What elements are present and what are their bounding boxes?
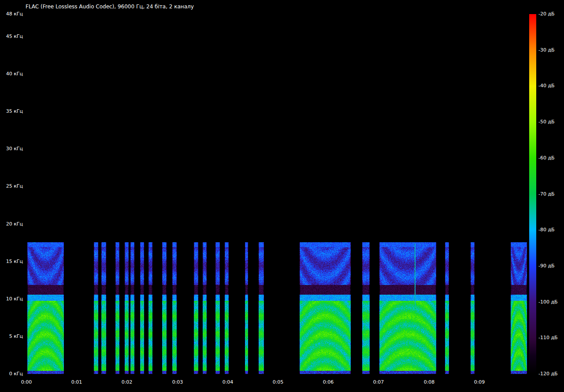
- x-axis-tick: 0:03: [169, 379, 186, 385]
- colorbar-tick: -80 дБ: [538, 227, 563, 233]
- colorbar-canvas: [529, 14, 536, 374]
- y-axis-tick: 5 кГц: [0, 334, 23, 339]
- x-axis-tick: 0:08: [420, 379, 438, 385]
- colorbar-tick: -90 дБ: [538, 263, 563, 269]
- y-axis-tick: 15 кГц: [0, 259, 23, 264]
- y-axis-tick: 30 кГц: [0, 146, 23, 152]
- x-axis-tick: 0:09: [471, 379, 488, 385]
- x-axis-tick: 0:05: [269, 379, 287, 385]
- x-axis-tick: 0:06: [319, 379, 337, 385]
- colorbar-tick: -50 дБ: [538, 119, 563, 125]
- file-info-title: FLAC (Free Lossless Audio Codec), 96000 …: [26, 4, 194, 10]
- x-axis-tick: 0:01: [68, 379, 85, 385]
- y-axis-tick: 45 кГц: [0, 34, 23, 39]
- y-axis-tick: 35 кГц: [0, 109, 23, 114]
- colorbar-tick: -60 дБ: [538, 155, 563, 161]
- spek-spectrogram-window: FLAC (Free Lossless Audio Codec), 96000 …: [0, 0, 564, 392]
- x-axis-tick: 0:02: [118, 379, 136, 385]
- colorbar-tick: -20 дБ: [538, 11, 563, 17]
- y-axis-tick: 20 кГц: [0, 222, 23, 227]
- y-axis-tick: 10 кГц: [0, 296, 23, 302]
- spectrogram-canvas: [26, 14, 527, 374]
- y-axis-tick: 48 кГц: [0, 11, 23, 17]
- colorbar-tick: -70 дБ: [538, 192, 563, 197]
- x-axis-tick: 0:00: [18, 379, 35, 385]
- colorbar-tick: -30 дБ: [538, 48, 563, 53]
- y-axis-tick: 0 кГц: [0, 371, 23, 377]
- colorbar-tick: -40 дБ: [538, 83, 563, 89]
- colorbar-tick: -110 дБ: [538, 335, 563, 340]
- y-axis-tick: 25 кГц: [0, 184, 23, 189]
- colorbar-tick: -120 дБ: [538, 371, 563, 377]
- x-axis-tick: 0:07: [370, 379, 387, 385]
- colorbar-tick: -100 дБ: [538, 300, 563, 305]
- x-axis-tick: 0:04: [219, 379, 237, 385]
- y-axis-tick: 40 кГц: [0, 71, 23, 77]
